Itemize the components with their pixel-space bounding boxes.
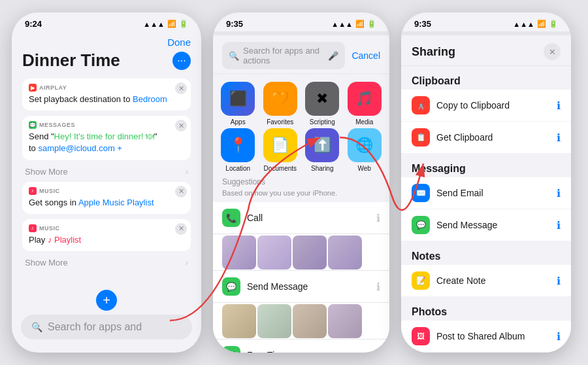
copy-clipboard-info[interactable]: ℹ: [557, 99, 561, 112]
send-email-info[interactable]: ℹ: [557, 187, 561, 200]
recipient-link[interactable]: sample@icloud.com: [38, 143, 114, 153]
call-info-button[interactable]: ℹ: [376, 212, 380, 224]
post-shared-album-info[interactable]: ℹ: [557, 330, 561, 343]
message-icon: 💬: [226, 282, 237, 292]
show-more-label-1: Show More: [25, 167, 68, 177]
message-content-link[interactable]: Hey! It's time for dinner! 🍽: [54, 131, 154, 141]
app-item-favorites[interactable]: 🧡 Favorites: [261, 82, 301, 126]
media-icon: 🎵: [355, 90, 373, 107]
add-recipient-button[interactable]: +: [117, 143, 122, 153]
send-message-right-icon: 💬: [412, 216, 430, 234]
facetime-icon: 📹: [222, 346, 240, 353]
get-clipboard-left: 📋 Get Clipboard: [412, 128, 493, 147]
call-action-icon: 📞: [222, 209, 240, 227]
call-action-row[interactable]: 📞 Call ℹ: [213, 202, 389, 234]
messages-card-text: Send "Hey! It's time for dinner! 🍽": [29, 131, 184, 143]
right-top-blur: [401, 31, 571, 35]
messages-close-button[interactable]: ✕: [175, 120, 187, 131]
apple-music-playlist-link[interactable]: Apple Music Playlist: [78, 198, 154, 207]
app-item-location[interactable]: 📍 Location: [218, 128, 258, 172]
left-time: 9:24: [25, 19, 42, 29]
airplay-label: ▶ AIRPLAY: [29, 84, 184, 92]
right-battery-icon: 🔋: [549, 20, 558, 28]
music-icon-2: ♪: [29, 224, 37, 232]
airplay-card: ▶ AIRPLAY Set playback destination to Be…: [22, 78, 191, 111]
create-note-info[interactable]: ℹ: [557, 275, 561, 287]
airplay-close-button[interactable]: ✕: [175, 82, 187, 94]
send-message-action-row[interactable]: 💬 Send Message ℹ: [213, 271, 389, 303]
share-search-bar[interactable]: 🔍 Search for apps and actions 🎤: [222, 42, 345, 69]
show-more-label-2: Show More: [25, 258, 68, 268]
app-item-sharing[interactable]: ⬆️ Sharing: [302, 128, 342, 172]
wifi-icon: 📶: [167, 20, 176, 28]
top-blur-bar: [213, 31, 389, 35]
location-icon: 📍: [229, 137, 247, 154]
copy-clipboard-icon: ✂️: [412, 96, 430, 114]
copy-to-clipboard-row[interactable]: ✂️ Copy to Clipboard ℹ: [401, 90, 571, 122]
music-card-1: ♪ MUSIC Get songs in Apple Music Playlis…: [22, 182, 191, 214]
messages-card: 💬 MESSAGES Send "Hey! It's time for dinn…: [22, 116, 191, 160]
app-item-scripting[interactable]: ✖ Scripting: [302, 82, 342, 126]
app-label-scripting: Scripting: [310, 118, 335, 126]
title-options-button[interactable]: ···: [172, 52, 191, 70]
airplay-icon: ▶: [29, 84, 37, 92]
music-2-close-button[interactable]: ✕: [175, 223, 187, 235]
show-more-row-2[interactable]: Show More ›: [22, 256, 191, 269]
send-message-right-row[interactable]: 💬 Send Message ℹ: [401, 209, 571, 241]
mid-signal-icon: ▲▲▲: [331, 20, 353, 28]
app-label-documents: Documents: [263, 165, 297, 172]
send-message-info-button[interactable]: ℹ: [376, 281, 380, 293]
web-icon: 🌐: [355, 137, 373, 154]
facetime-info-button[interactable]: ℹ: [376, 349, 380, 353]
sharing-header: Sharing ✕: [401, 37, 571, 66]
airplay-destination-link[interactable]: Bedroom: [133, 94, 167, 104]
call-action-left: 📞 Call: [222, 209, 263, 227]
app-label-sharing: Sharing: [311, 165, 333, 172]
facetime-action-row[interactable]: 📹 FaceTime ℹ: [213, 339, 389, 353]
ellipsis-icon: ···: [177, 55, 186, 67]
playlist-link[interactable]: ♪ Playlist: [48, 235, 81, 245]
get-clipboard-icon: 📋: [412, 128, 430, 147]
apps-icon: ⬛: [229, 90, 247, 107]
app-label-location: Location: [225, 165, 250, 172]
messages-icon: 💬: [29, 121, 37, 129]
mid-phone: 9:35 ▲▲▲ 📶 🔋 🔍 Search for apps and actio…: [213, 12, 389, 353]
app-item-web[interactable]: 🌐 Web: [345, 128, 385, 172]
music-1-close-button[interactable]: ✕: [175, 186, 187, 198]
send-email-row[interactable]: ✉️ Send Email ℹ: [401, 177, 571, 209]
add-action-button[interactable]: +: [96, 290, 117, 311]
facetime-left: 📹 FaceTime: [222, 346, 287, 353]
get-clipboard-row[interactable]: 📋 Get Clipboard ℹ: [401, 122, 571, 154]
video-icon: 📹: [226, 351, 237, 353]
right-status-icons: ▲▲▲ 📶 🔋: [513, 20, 558, 28]
done-button[interactable]: Done: [22, 37, 191, 48]
search-placeholder: Search for apps and: [48, 321, 142, 333]
post-shared-album-label: Post to Shared Album: [436, 331, 525, 341]
app-item-media[interactable]: 🎵 Media: [345, 82, 385, 126]
search-bar[interactable]: 🔍 Search for apps and: [21, 315, 192, 339]
suggestions-subtitle: Based on how you use your iPhone.: [213, 189, 389, 202]
share-cancel-button[interactable]: Cancel: [351, 50, 380, 61]
app-item-apps[interactable]: ⬛ Apps: [218, 82, 258, 126]
app-label-media: Media: [355, 118, 373, 126]
send-email-icon: ✉️: [412, 184, 430, 202]
right-phone: 9:35 ▲▲▲ 📶 🔋 Sharing ✕ Clipboard: [401, 12, 571, 353]
post-shared-album-row[interactable]: 🖼 Post to Shared Album ℹ: [401, 321, 571, 353]
post-shared-album-icon: 🖼: [412, 327, 430, 345]
sharing-title: Sharing: [412, 45, 455, 59]
send-message-right-info[interactable]: ℹ: [557, 219, 561, 232]
suggestions-section: Suggestions Based on how you use your iP…: [213, 177, 389, 202]
close-button[interactable]: ✕: [544, 43, 561, 60]
blurred-contacts-row-1: [213, 234, 389, 271]
send-message-right-label: Send Message: [436, 220, 497, 230]
get-clipboard-info[interactable]: ℹ: [557, 131, 561, 144]
scripting-icon: ✖: [316, 90, 328, 107]
create-note-row[interactable]: 📝 Create Note ℹ: [401, 265, 571, 297]
messages-recipient-row: to sample@icloud.com +: [29, 143, 184, 154]
app-item-documents[interactable]: 📄 Documents: [261, 128, 301, 172]
show-more-row-1[interactable]: Show More ›: [22, 165, 191, 178]
send-email-label: Send Email: [436, 188, 483, 198]
send-message-icon: 💬: [222, 277, 240, 296]
facetime-label: FaceTime: [247, 350, 287, 353]
shortcut-title-row: Dinner Time ···: [22, 50, 191, 71]
